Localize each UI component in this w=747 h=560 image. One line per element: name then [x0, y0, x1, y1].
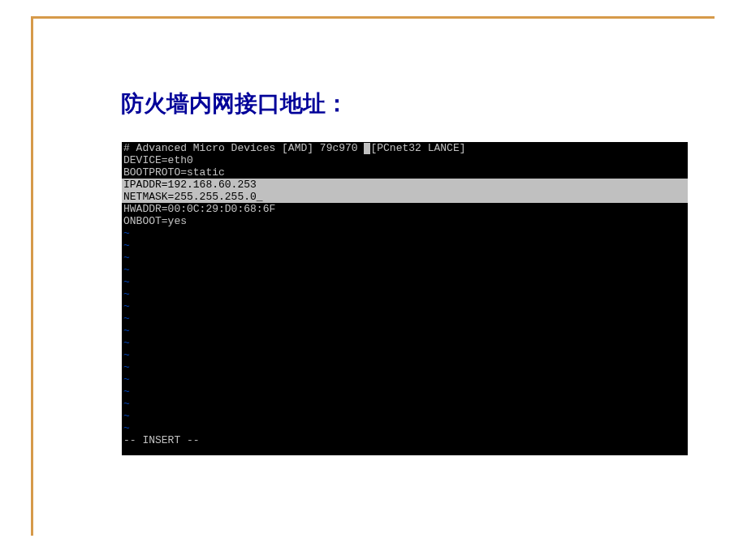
terminal-tilde: ~ — [122, 373, 688, 386]
terminal-tilde: ~ — [122, 227, 688, 239]
terminal-tilde: ~ — [122, 398, 688, 410]
slide-title: 防火墙内网接口地址： — [121, 88, 348, 119]
terminal-tilde: ~ — [122, 300, 688, 312]
terminal-tilde: ~ — [122, 288, 688, 300]
terminal-tilde: ~ — [122, 252, 688, 264]
terminal-mode-indicator: -- INSERT -- — [122, 434, 688, 446]
terminal-line-netmask: NETMASK=255.255.255.0_ — [122, 191, 688, 203]
terminal-tilde: ~ — [122, 325, 688, 337]
terminal-tilde: ~ — [122, 422, 688, 434]
terminal-tilde: ~ — [122, 349, 688, 361]
terminal-line-bootproto: BOOTPROTO=static — [122, 166, 688, 179]
terminal-line-device: DEVICE=eth0 — [122, 154, 688, 166]
terminal-tilde: ~ — [122, 264, 688, 276]
terminal-tilde: ~ — [122, 337, 688, 349]
terminal-editor[interactable]: # Advanced Micro Devices [AMD] 79c970 [P… — [122, 142, 688, 455]
terminal-tilde: ~ — [122, 312, 688, 325]
terminal-line-comment: # Advanced Micro Devices [AMD] 79c970 [P… — [122, 142, 688, 154]
terminal-tilde: ~ — [122, 386, 688, 398]
terminal-tilde: ~ — [122, 361, 688, 373]
terminal-line-onboot: ONBOOT=yes — [122, 215, 688, 227]
terminal-tilde: ~ — [122, 410, 688, 422]
terminal-line-ipaddr: IPADDR=192.168.60.253 — [122, 179, 688, 191]
terminal-tilde: ~ — [122, 276, 688, 288]
terminal-line-hwaddr: HWADDR=00:0C:29:D0:68:6F — [122, 203, 688, 215]
terminal-tilde: ~ — [122, 239, 688, 252]
slide-frame: 防火墙内网接口地址： # Advanced Micro Devices [AMD… — [31, 16, 715, 536]
